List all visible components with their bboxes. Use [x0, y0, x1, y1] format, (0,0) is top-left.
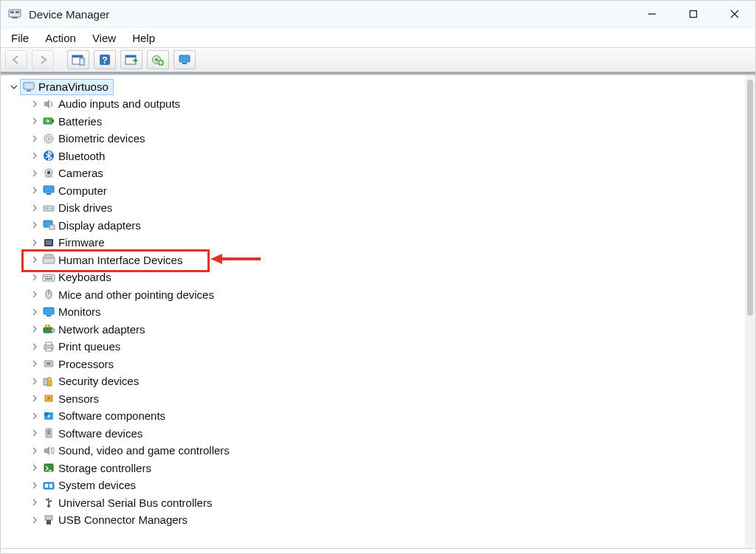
chevron-right-icon[interactable]	[29, 98, 41, 110]
tree-item-label: System devices	[58, 479, 136, 491]
tree-item[interactable]: Universal Serial Bus controllers	[1, 494, 745, 512]
menu-file[interactable]: File	[8, 30, 38, 46]
tree-item[interactable]: Monitors	[1, 303, 745, 321]
chevron-right-icon[interactable]	[29, 323, 41, 335]
chevron-right-icon[interactable]	[29, 410, 41, 422]
chevron-right-icon[interactable]	[29, 184, 41, 196]
show-hide-console-button[interactable]	[67, 50, 89, 69]
chevron-right-icon[interactable]	[29, 375, 41, 387]
chevron-right-icon[interactable]	[29, 462, 41, 474]
chevron-right-icon[interactable]	[29, 479, 41, 491]
tree-item[interactable]: Display adapters	[1, 217, 745, 235]
tree-item[interactable]: System devices	[1, 477, 745, 494]
chevron-right-icon[interactable]	[29, 427, 41, 439]
hid-icon	[41, 253, 57, 266]
svg-rect-75	[47, 430, 50, 434]
minimize-button[interactable]	[631, 1, 673, 27]
menu-view[interactable]: View	[89, 30, 125, 46]
chevron-right-icon[interactable]	[29, 167, 41, 179]
device-tree[interactable]: PranaVirtuoso Audio inputs and outputsBa…	[1, 75, 745, 548]
tree-item[interactable]: Batteries	[1, 113, 745, 131]
puzzle-icon	[41, 409, 57, 423]
tree-item[interactable]: Storage controllers	[1, 460, 745, 477]
tree-item[interactable]: Computer	[1, 182, 745, 200]
tree-item[interactable]: Human Interface Devices	[1, 252, 745, 269]
svg-rect-85	[47, 520, 51, 524]
chevron-right-icon[interactable]	[29, 306, 41, 318]
tree-item[interactable]: Software devices	[1, 425, 745, 443]
svg-rect-60	[46, 348, 52, 351]
chevron-right-icon[interactable]	[29, 237, 41, 249]
svg-rect-47	[49, 276, 50, 277]
tree-item[interactable]: Mice and other pointing devices	[1, 286, 745, 304]
svg-rect-34	[47, 193, 51, 195]
forward-button[interactable]	[32, 50, 54, 69]
add-device-button[interactable]	[147, 50, 169, 69]
svg-rect-79	[49, 484, 52, 488]
tree-item-label: Sensors	[58, 392, 99, 405]
svg-rect-21	[182, 63, 187, 64]
tree-item[interactable]: Disk drives	[1, 199, 745, 217]
tree-item[interactable]: Firmware	[1, 234, 745, 252]
scan-hardware-button[interactable]	[120, 50, 142, 69]
chevron-right-icon[interactable]	[29, 392, 41, 404]
tree-item[interactable]: Software components	[1, 407, 745, 425]
chevron-right-icon[interactable]	[29, 358, 41, 370]
software-device-icon	[41, 426, 57, 440]
svg-line-6	[731, 10, 738, 18]
tree-item[interactable]: Bluetooth	[1, 148, 745, 165]
chevron-right-icon[interactable]	[29, 271, 41, 283]
tree-item[interactable]: Sound, video and game controllers	[1, 442, 745, 460]
tree-item-label: Security devices	[58, 375, 139, 387]
chevron-right-icon[interactable]	[29, 496, 41, 508]
svg-point-36	[51, 207, 52, 209]
svg-rect-52	[44, 308, 54, 314]
cpu-icon	[41, 357, 57, 370]
chevron-right-icon[interactable]	[29, 514, 41, 526]
tree-item-label: Processors	[58, 358, 114, 370]
menu-help[interactable]: Help	[129, 30, 164, 46]
chevron-right-icon[interactable]	[29, 133, 41, 145]
svg-rect-20	[179, 55, 190, 62]
tree-item[interactable]: Network adapters	[1, 321, 745, 339]
tree-item[interactable]: Biometric devices	[1, 130, 745, 148]
chevron-right-icon[interactable]	[29, 219, 41, 231]
maximize-button[interactable]	[673, 1, 714, 27]
svg-text:?: ?	[102, 55, 107, 66]
chevron-right-icon[interactable]	[29, 445, 41, 457]
tree-item[interactable]: Print queues	[1, 338, 745, 356]
vertical-scrollbar[interactable]	[745, 75, 755, 548]
tree-wrap: PranaVirtuoso Audio inputs and outputsBa…	[1, 75, 755, 548]
svg-rect-25	[52, 120, 54, 122]
tree-item[interactable]: Security devices	[1, 373, 745, 390]
chevron-down-icon[interactable]	[8, 83, 20, 91]
tree-item[interactable]: Cameras	[1, 165, 745, 182]
chevron-right-icon[interactable]	[29, 202, 41, 214]
tree-item[interactable]: Audio inputs and outputs	[1, 95, 745, 113]
svg-point-16	[155, 58, 158, 61]
close-button[interactable]	[714, 1, 755, 27]
tree-item[interactable]: Keyboards	[1, 269, 745, 286]
tree-item[interactable]: USB Connector Managers	[1, 511, 745, 529]
scrollbar-thumb[interactable]	[747, 80, 753, 316]
svg-rect-49	[45, 278, 52, 280]
chevron-right-icon[interactable]	[29, 254, 41, 266]
disk-icon	[41, 201, 57, 215]
tree-item-label: Keyboards	[58, 271, 111, 283]
tree-item[interactable]: Sensors	[1, 390, 745, 408]
back-button[interactable]	[5, 50, 27, 69]
tree-item-label: Mice and other pointing devices	[58, 288, 214, 301]
network-icon	[41, 322, 57, 336]
tree-item[interactable]: Processors	[1, 356, 745, 373]
svg-rect-46	[47, 276, 48, 277]
menu-action[interactable]: Action	[42, 30, 85, 46]
tree-root-row[interactable]: PranaVirtuoso	[1, 78, 745, 95]
svg-point-32	[47, 171, 50, 174]
help-button[interactable]: ?	[94, 50, 116, 69]
chevron-right-icon[interactable]	[29, 288, 41, 300]
remote-computer-button[interactable]	[173, 50, 196, 69]
security-icon	[41, 375, 57, 388]
chevron-right-icon[interactable]	[29, 115, 41, 127]
chevron-right-icon[interactable]	[29, 150, 41, 162]
chevron-right-icon[interactable]	[29, 341, 41, 353]
